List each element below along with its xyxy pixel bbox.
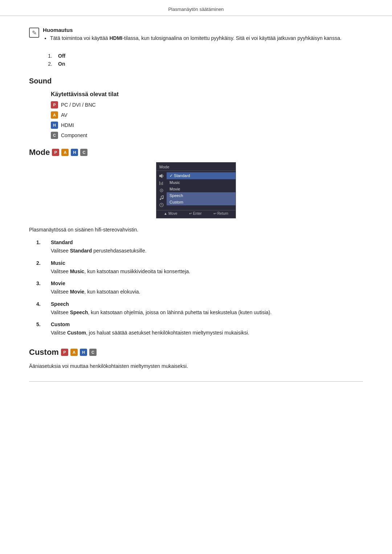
mode-item-speech-num: 4. [29, 301, 51, 316]
icon-eq [158, 180, 165, 186]
mode-item-standard-desc: Valitsee Standard perustehdasasetuksille… [51, 247, 363, 255]
svg-point-5 [161, 190, 162, 191]
mode-heading: Mode P A H C [29, 148, 363, 157]
mode-item-music-num: 2. [29, 260, 51, 275]
mode-heading-text: Mode [29, 148, 50, 157]
mode-menu[interactable]: Mode [156, 162, 236, 218]
mode-item-speech: 4. Speech Valitsee Speech, kun katsotaan… [29, 301, 363, 316]
mode-item-speech-text: Speech Valitsee Speech, kun katsotaan oh… [51, 301, 363, 316]
mode-pc: P PC / DVI / BNC [51, 101, 363, 108]
svg-rect-1 [159, 181, 160, 185]
svg-marker-0 [159, 174, 162, 178]
badge-c-sound: C [51, 132, 58, 139]
off-on-list: 1. Off 2. On [29, 53, 363, 67]
mode-item-movie-title: Movie [51, 280, 363, 286]
mode-menu-title: Mode [156, 164, 236, 171]
menu-item-custom[interactable]: Custom [167, 199, 236, 205]
badge-h-sound: H [51, 122, 58, 129]
mode-item-movie-text: Movie Valitsee Movie, kun katsotaan elok… [51, 280, 363, 296]
mode-badge-p: P [52, 149, 59, 156]
mode-menu-footer: ▲ Move ↵ Enter ↩ Return [156, 210, 236, 217]
icon-clock [158, 202, 165, 208]
icon-settings-knob [158, 188, 165, 193]
mode-intro: Plasmanäytössä on sisäinen hifi-stereova… [29, 226, 363, 234]
page-title: Plasmanäytön säätäminen [168, 7, 224, 12]
mode-items: 1. Standard Valitsee Standard perustehda… [29, 239, 363, 337]
mode-item-standard-text: Standard Valitsee Standard perustehdasas… [51, 239, 363, 255]
custom-desc: Ääniasetuksia voi muuttaa henkilökohtais… [29, 362, 363, 370]
footer-return: ↩ Return [213, 212, 228, 216]
mode-component: C Component [51, 132, 363, 139]
enter-icon: ↵ [189, 212, 192, 216]
svg-rect-2 [161, 182, 162, 185]
return-icon: ↩ [213, 212, 216, 216]
mode-item-music: 2. Music Valitsee Music, kun katsotaan m… [29, 260, 363, 275]
menu-item-speech[interactable]: Speech [167, 192, 236, 199]
mode-pc-label: PC / DVI / BNC [61, 102, 96, 108]
mode-hdmi: H HDMI [51, 122, 363, 129]
note-bullets: Tätä toimintoa voi käyttää HDMI-tilassa,… [43, 34, 342, 42]
mode-item-standard-num: 1. [29, 239, 51, 255]
mode-item-music-text: Music Valitsee Music, kun katsotaan musi… [51, 260, 363, 275]
mode-item-music-title: Music [51, 260, 363, 266]
mode-item-speech-desc: Valitsee Speech, kun katsotaan ohjelmia,… [51, 308, 363, 316]
mode-item-speech-title: Speech [51, 301, 363, 307]
mode-badge-c: C [80, 149, 87, 156]
off-label: Off [58, 53, 65, 59]
mode-item-music-desc: Valitsee Music, kun katsotaan musiikkivi… [51, 267, 363, 275]
page-content: ✎ Huomautus Tätä toimintoa voi käyttää H… [0, 16, 392, 396]
mode-item-custom-text: Custom Valitse Custom, jos haluat säätää… [51, 321, 363, 337]
note-box: ✎ Huomautus Tätä toimintoa voi käyttää H… [29, 27, 363, 46]
custom-heading-text: Custom [29, 348, 59, 357]
note-bullet-1: Tätä toimintoa voi käyttää HDMI-tilassa,… [50, 34, 342, 42]
mode-hdmi-label: HDMI [61, 122, 74, 128]
on-item: 2. On [44, 61, 363, 67]
sound-sub-heading: Käytettävissä olevat tilat [51, 91, 363, 98]
mode-menu-items: ✓ Standard Music Movie Speech Custom [167, 172, 236, 209]
mode-item-movie-desc: Valitsee Movie, kun katsotaan elokuvia. [51, 288, 363, 296]
off-item: 1. Off [44, 53, 363, 59]
mode-badge-a: A [61, 149, 69, 156]
note-content: Huomautus Tätä toimintoa voi käyttää HDM… [43, 27, 342, 46]
svg-line-10 [161, 196, 163, 196]
mode-item-standard-title: Standard [51, 239, 363, 245]
mode-menu-container: Mode [29, 162, 363, 218]
mode-component-label: Component [61, 132, 87, 138]
custom-badge-h: H [80, 349, 87, 356]
menu-item-movie[interactable]: Movie [167, 186, 236, 192]
custom-badge-c: C [89, 349, 97, 356]
note-icon: ✎ [29, 28, 39, 38]
mode-item-custom-desc: Valitse Custom, jos haluat säätää asetuk… [51, 329, 363, 337]
custom-badge-a: A [70, 349, 78, 356]
mode-menu-left-icons [156, 172, 167, 209]
badge-a-sound: A [51, 111, 58, 119]
badge-p-sound: P [51, 101, 58, 108]
move-icon: ▲ [164, 212, 167, 216]
custom-heading: Custom P A H C [29, 348, 363, 357]
on-label: On [58, 61, 65, 67]
mode-av: A AV [51, 111, 363, 119]
mode-badge-h: H [71, 149, 78, 156]
mode-item-custom: 5. Custom Valitse Custom, jos haluat sää… [29, 321, 363, 337]
page-footer [29, 381, 363, 382]
footer-enter: ↵ Enter [189, 212, 202, 216]
svg-line-13 [162, 205, 162, 205]
footer-move: ▲ Move [164, 212, 177, 216]
mode-item-custom-title: Custom [51, 321, 363, 327]
sound-modes-list: P PC / DVI / BNC A AV H HDMI C Component [29, 101, 363, 139]
page-header: Plasmanäytön säätäminen [0, 0, 392, 16]
sound-heading: Sound [29, 77, 363, 85]
mode-menu-inner: ✓ Standard Music Movie Speech Custom [156, 172, 236, 209]
custom-badge-p: P [61, 349, 68, 356]
mode-item-movie: 3. Movie Valitsee Movie, kun katsotaan e… [29, 280, 363, 296]
mode-item-movie-num: 3. [29, 280, 51, 296]
mode-item-standard: 1. Standard Valitsee Standard perustehda… [29, 239, 363, 255]
mode-item-custom-num: 5. [29, 321, 51, 337]
menu-item-standard[interactable]: ✓ Standard [167, 172, 236, 179]
menu-item-music[interactable]: Music [167, 179, 236, 186]
icon-sound-wave [158, 173, 165, 179]
icon-music-note [158, 195, 165, 201]
mode-av-label: AV [61, 112, 68, 118]
note-title: Huomautus [43, 27, 342, 33]
svg-rect-3 [162, 182, 163, 185]
